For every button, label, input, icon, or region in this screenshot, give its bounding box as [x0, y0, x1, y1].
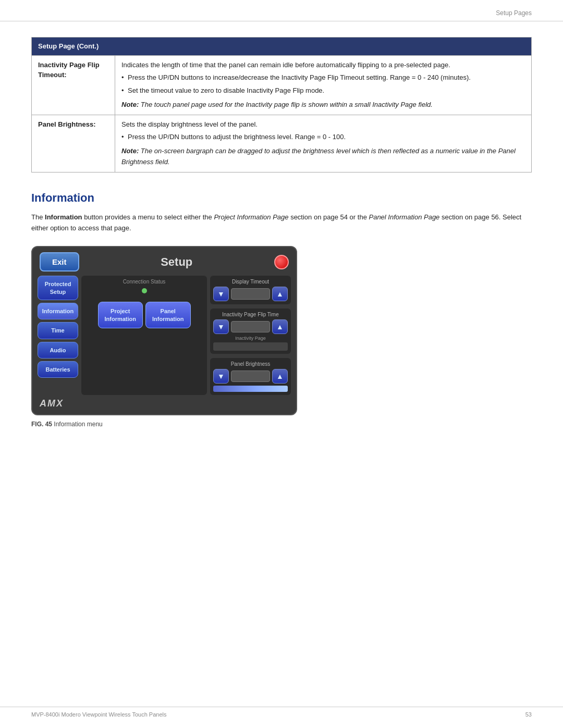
brightness-section: Panel Brightness ▼ ▲ [210, 358, 291, 395]
header-title: Setup Pages [496, 9, 532, 17]
inactivity-controls: ▼ ▲ [213, 319, 288, 334]
row-content-brightness: Sets the display brightness level of the… [115, 115, 532, 172]
page-header: Setup Pages [0, 0, 563, 21]
panel-information-button[interactable]: PanelInformation [145, 302, 191, 328]
panel-footer: AMX [38, 395, 291, 409]
inactivity-flip-label: Inactivity Page Flip Time [213, 312, 288, 317]
bullet-2: Set the timeout value to zero to disable… [121, 85, 525, 96]
inactivity-up[interactable]: ▲ [272, 319, 288, 334]
setup-title: Setup [79, 255, 274, 269]
figure-caption: FIG. 45 Information menu [31, 421, 532, 428]
table-heading: Setup Page (Cont.) [32, 38, 532, 56]
footer-right: 53 [525, 711, 532, 718]
main-content: Setup Page (Cont.) Inactivity Page Flip … [0, 21, 563, 475]
display-timeout-value [231, 288, 270, 300]
row-content-inactivity: Indicates the length of time that the pa… [115, 55, 532, 115]
bullet-brightness-1: Press the UP/DN buttons to adjust the br… [121, 132, 525, 143]
intro-paragraph: The Information button provides a menu t… [31, 212, 532, 234]
figure-number: FIG. 45 [31, 421, 52, 428]
panel-top-bar: Exit Setup [38, 252, 291, 272]
sidebar-audio[interactable]: Audio [38, 342, 78, 359]
panel-center: Connection Status ProjectInformation Pan… [81, 276, 207, 395]
note-inactivity: Note: The touch panel page used for the … [121, 100, 525, 110]
connection-status-label: Connection Status [84, 279, 204, 285]
sidebar-batteries[interactable]: Batteries [38, 361, 78, 378]
inactivity-page-label: Inactivity Page [213, 336, 288, 341]
section-heading: Information [31, 191, 532, 205]
inactivity-down[interactable]: ▼ [213, 319, 229, 334]
amx-logo: AMX [40, 398, 64, 409]
row-label-brightness: Panel Brightness: [32, 115, 115, 172]
connection-dot-area [84, 288, 204, 296]
sidebar-protected-setup[interactable]: ProtectedSetup [38, 276, 78, 300]
display-timeout-up[interactable]: ▲ [272, 287, 288, 301]
bullet-1: Press the UP/DN buttons to increase/decr… [121, 72, 525, 83]
center-empty-area [84, 334, 204, 392]
sidebar-time[interactable]: Time [38, 322, 78, 339]
row-label-inactivity: Inactivity Page Flip Timeout: [32, 55, 115, 115]
panel-sidebar: ProtectedSetup Information Time Audio Ba… [38, 276, 78, 395]
inactivity-value [231, 321, 270, 332]
display-timeout-controls: ▼ ▲ [213, 287, 288, 301]
inactivity-page-field [213, 342, 288, 351]
exit-button[interactable]: Exit [40, 252, 79, 272]
display-timeout-down[interactable]: ▼ [213, 287, 229, 301]
brightness-label: Panel Brightness [213, 361, 288, 367]
power-indicator [274, 255, 289, 269]
display-timeout-section: Display Timeout ▼ ▲ [210, 276, 291, 304]
project-information-button[interactable]: ProjectInformation [98, 302, 143, 328]
touch-panel-ui: Exit Setup ProtectedSetup Information Ti… [31, 246, 297, 415]
setup-table: Setup Page (Cont.) Inactivity Page Flip … [31, 37, 532, 172]
inactivity-section: Inactivity Page Flip Time ▼ ▲ Inactivity… [210, 309, 291, 354]
display-timeout-label: Display Timeout [213, 279, 288, 285]
panel-body: ProtectedSetup Information Time Audio Ba… [38, 276, 291, 395]
sidebar-information[interactable]: Information [38, 303, 78, 319]
note-brightness: Note: The on-screen bargraph can be drag… [121, 146, 525, 168]
footer-left: MVP-8400i Modero Viewpoint Wireless Touc… [31, 711, 166, 718]
panel-right: Display Timeout ▼ ▲ Inactivity Page Flip… [210, 276, 291, 395]
brightness-up[interactable]: ▲ [272, 369, 288, 384]
brightness-bargraph[interactable] [213, 386, 288, 392]
center-info-buttons: ProjectInformation PanelInformation [84, 299, 204, 331]
connection-dot [142, 288, 147, 293]
page-footer: MVP-8400i Modero Viewpoint Wireless Touc… [0, 707, 563, 718]
brightness-down[interactable]: ▼ [213, 369, 229, 384]
brightness-controls: ▼ ▲ [213, 369, 288, 384]
brightness-value [231, 371, 270, 382]
